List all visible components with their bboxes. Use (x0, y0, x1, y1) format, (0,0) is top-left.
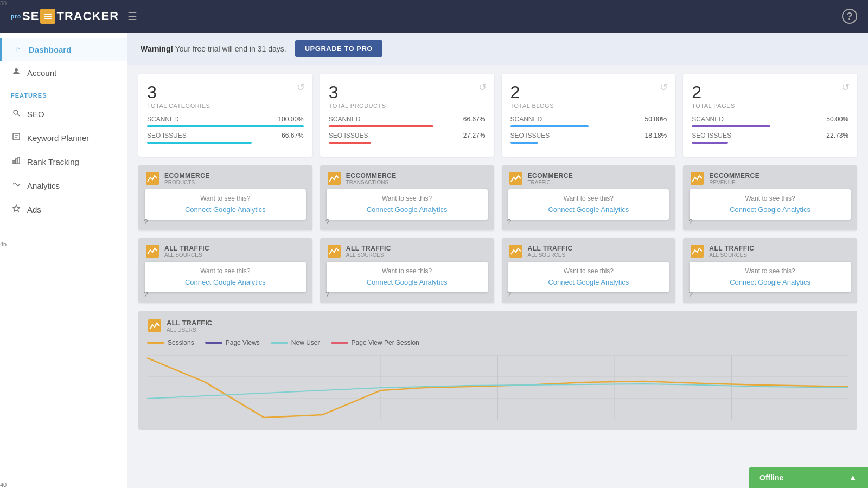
analytics-header-3: ECCOMMERCE REVENUE (690, 171, 851, 186)
legend-label-1: Page Views (226, 339, 260, 346)
offline-badge[interactable]: Offline ▲ (749, 467, 868, 488)
question-mark-0[interactable]: ? (144, 290, 148, 299)
legend-label-3: Page View Per Session (352, 339, 419, 346)
stat-card-3: ↺ 2 TOTAL PAGES SCANNED 50.00% SEO ISSUE… (683, 74, 857, 157)
analytics-card-title-1: ALL TRAFFIC (346, 245, 391, 252)
sidebar-item-account[interactable]: Account (0, 61, 127, 85)
analytics-title-block-3: ALL TRAFFIC ALL SOURCES (709, 245, 754, 258)
connect-link-1[interactable]: Connect Google Analytics (367, 206, 448, 214)
analytics-card-subtitle-2: ALL SOURCES (528, 252, 573, 258)
scanned-bar-3 (692, 125, 770, 127)
connect-link-2[interactable]: Connect Google Analytics (548, 206, 629, 214)
history-icon-1[interactable]: ↺ (478, 81, 487, 93)
header: pro SE TRACKER ☰ ? (0, 0, 868, 33)
analytics-card-icon-3 (690, 171, 705, 186)
connect-link-2[interactable]: Connect Google Analytics (548, 278, 629, 286)
chart-header: ALL TRAFFIC ALL USERS (147, 318, 848, 333)
stat-scanned-row-3: SCANNED 50.00% (692, 115, 848, 123)
analytics-title-block-3: ECCOMMERCE REVENUE (709, 172, 760, 185)
analytics-card-icon-2 (508, 243, 524, 259)
chart-icon (147, 318, 162, 333)
analytics-card-icon-2 (508, 171, 524, 186)
stat-seo-row-0: SEO ISSUES 66.67% (147, 132, 304, 139)
legend-item-1: Page Views (205, 339, 260, 346)
question-mark-1[interactable]: ? (326, 217, 330, 226)
legend-label-2: New User (291, 339, 320, 346)
sidebar-item-seo[interactable]: SEO (0, 102, 127, 126)
history-icon-0[interactable]: ↺ (297, 81, 305, 93)
connect-overlay-1: Want to see this? Connect Google Analyti… (327, 262, 488, 292)
ecommerce-grid-card-0: ECOMMERCE PRODUCTS Want to see this? Con… (138, 165, 312, 230)
stats-grid: ↺ 3 TOTAL CATEGORIES SCANNED 100.00% SEO… (127, 65, 868, 165)
ecommerce-grid-card-3: ECCOMMERCE REVENUE Want to see this? Con… (683, 165, 857, 230)
analytics-card-subtitle-0: PRODUCTS (164, 179, 210, 185)
stat-scanned-row-0: SCANNED 100.00% (147, 115, 304, 123)
help-icon[interactable]: ? (842, 9, 857, 24)
connect-link-1[interactable]: Connect Google Analytics (367, 278, 448, 286)
hamburger-menu[interactable]: ☰ (127, 10, 137, 23)
sidebar-label-rank: Rank Tracking (27, 157, 79, 166)
seo-bar-0 (147, 142, 252, 144)
legend-item-3: Page View Per Session (331, 339, 419, 346)
connect-link-0[interactable]: Connect Google Analytics (185, 206, 266, 214)
connect-link-3[interactable]: Connect Google Analytics (730, 206, 810, 214)
analytics-card-subtitle-2: TRAFFIC (528, 179, 573, 185)
sidebar: ⌂ Dashboard Account FEATURES SEO Keyword… (0, 33, 127, 488)
sidebar-item-ads[interactable]: Ads (0, 197, 127, 221)
seo-pct-0: 66.67% (282, 132, 304, 139)
analytics-card-icon-0 (145, 243, 160, 259)
want-text-3: Want to see this? (698, 195, 842, 202)
sidebar-label-ads: Ads (27, 205, 41, 214)
analytics-card-title-2: ALL TRAFFIC (528, 245, 573, 252)
analytics-header-3: ALL TRAFFIC ALL SOURCES (690, 243, 851, 259)
stat-card-0: ↺ 3 TOTAL CATEGORIES SCANNED 100.00% SEO… (138, 74, 312, 157)
svg-rect-12 (18, 157, 20, 164)
analytics-card-subtitle-1: TRANSACTIONS (346, 179, 397, 185)
connect-link-3[interactable]: Connect Google Analytics (730, 278, 810, 286)
analytics-title-block-2: ALL TRAFFIC ALL SOURCES (528, 245, 573, 258)
want-text-0: Want to see this? (154, 267, 297, 275)
content-area: Warning! Your free trial will end in 31 … (127, 33, 868, 488)
analytics-card-icon-0 (145, 171, 160, 186)
legend-color-3 (331, 342, 348, 344)
history-icon-3[interactable]: ↺ (841, 81, 850, 93)
analytics-card-title-3: ALL TRAFFIC (709, 245, 754, 252)
stat-label-1: TOTAL PRODUCTS (329, 102, 486, 109)
question-mark-2[interactable]: ? (507, 290, 512, 299)
sidebar-label-account: Account (27, 68, 56, 78)
svg-rect-3 (44, 18, 52, 19)
connect-overlay-0: Want to see this? Connect Google Analyti… (145, 189, 306, 220)
scanned-label-3: SCANNED (692, 115, 724, 123)
analytics-card-title-1: ECCOMMERCE (346, 172, 397, 179)
history-icon-2[interactable]: ↺ (660, 81, 668, 93)
question-mark-2[interactable]: ? (507, 217, 512, 226)
stat-label-3: TOTAL PAGES (692, 102, 848, 109)
upgrade-button[interactable]: UPGRADE TO PRO (295, 40, 382, 57)
chart-titles: ALL TRAFFIC ALL USERS (167, 319, 212, 333)
stat-scanned-row-2: SCANNED 50.00% (510, 115, 667, 123)
traffic-grid-card-0: ALL TRAFFIC ALL SOURCES Want to see this… (138, 238, 312, 303)
question-mark-3[interactable]: ? (688, 290, 693, 299)
scanned-label-1: SCANNED (329, 115, 361, 123)
question-mark-1[interactable]: ? (326, 290, 330, 299)
want-text-0: Want to see this? (154, 195, 297, 202)
analytics-card-subtitle-0: ALL SOURCES (164, 252, 209, 258)
seo-bar-2 (510, 142, 539, 144)
analytics-header-0: ECOMMERCE PRODUCTS (145, 171, 306, 186)
question-mark-0[interactable]: ? (144, 217, 148, 226)
sidebar-item-dashboard[interactable]: ⌂ Dashboard (0, 38, 127, 61)
ecommerce-grid-card-1: ECCOMMERCE TRANSACTIONS Want to see this… (320, 165, 494, 230)
want-text-1: Want to see this? (335, 267, 479, 275)
connect-link-0[interactable]: Connect Google Analytics (185, 278, 266, 286)
connect-overlay-2: Want to see this? Connect Google Analyti… (508, 262, 669, 292)
svg-line-6 (17, 114, 20, 116)
sidebar-item-rank[interactable]: Rank Tracking (0, 150, 127, 174)
chart-body: 50 45 40 (147, 355, 848, 422)
seo-label-0: SEO ISSUES (147, 132, 187, 139)
chart-subtitle: ALL USERS (167, 327, 212, 333)
sidebar-item-analytics[interactable]: Analytics (0, 174, 127, 197)
chart-area: ALL TRAFFIC ALL USERS Sessions Page View… (138, 311, 857, 430)
question-mark-3[interactable]: ? (688, 217, 693, 226)
stat-number-1: 3 (329, 82, 486, 102)
sidebar-item-keyword[interactable]: Keyword Planner (0, 126, 127, 150)
